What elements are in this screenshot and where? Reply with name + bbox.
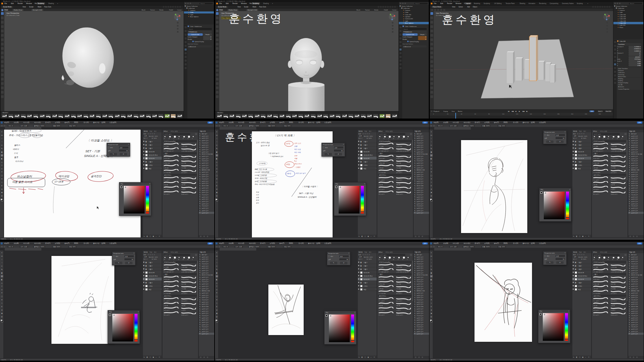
history-row[interactable]: ✎문서 열기 [628, 133, 644, 135]
history-row[interactable]: ✎브러시 도구 [414, 310, 429, 312]
brush-asset-thumbnail[interactable] [164, 114, 170, 118]
brush-tool-icon[interactable]: ▤ [1, 154, 3, 157]
blender-menu-item[interactable]: Edit [226, 3, 229, 4]
outliner-filter-icon[interactable] [400, 3, 401, 4]
layers-tab[interactable]: 패스 [369, 251, 372, 253]
history-row[interactable]: ✎브러시 도구 [199, 272, 214, 274]
brush-asset-thumbnail[interactable] [33, 114, 38, 118]
menu-item[interactable]: 이미지(I) [453, 242, 459, 244]
layer-fill-field[interactable]: 칠: 100% [152, 137, 157, 139]
layer-row[interactable]: ▣그룹 2 [143, 143, 162, 146]
brush-asset-thumbnail[interactable] [96, 114, 101, 118]
layer-row[interactable]: ▣그룹 3 [572, 146, 591, 150]
history-row[interactable]: ✎지우개 도구 [628, 263, 644, 265]
properties-tab-icon[interactable] [614, 41, 616, 43]
tool-dropdown[interactable]: Stroke [374, 9, 378, 11]
picker-current-color-swatch[interactable] [109, 314, 111, 316]
brush-preset-item[interactable]: 질감 브러시 [181, 176, 197, 181]
dialog-apply-button[interactable]: ✎ [325, 153, 332, 156]
brush-preset-item[interactable]: 소프트 원형 압력 불투명 [396, 147, 412, 152]
frame-start-field[interactable]: Start 1 [598, 110, 603, 112]
layer-visibility-icon[interactable] [143, 158, 144, 159]
layer-visibility-icon[interactable] [143, 151, 144, 152]
home-icon[interactable] [216, 246, 218, 248]
dialog-titlebar[interactable]: Perspective tools✕ [107, 143, 130, 146]
brush-tip-dot[interactable] [408, 136, 409, 137]
brush-preset-item[interactable]: 마른 브러시 [593, 176, 609, 181]
sculpt-tool-icon[interactable] [216, 17, 219, 19]
layer-opacity-field[interactable]: 불투명도: 100% [149, 256, 158, 258]
history-row[interactable]: ✎브러시 도구 [414, 321, 429, 324]
shape-tool-icon[interactable]: ▢ [430, 295, 433, 298]
viewport-menu-item[interactable]: Mask [253, 6, 256, 8]
brush-tip-dot[interactable] [622, 257, 623, 258]
layer-visibility-icon[interactable] [143, 289, 144, 290]
brushes-tab[interactable]: 브러시 설정 [171, 130, 178, 132]
crop-tool-icon[interactable]: ✂ [1, 144, 3, 146]
playback-button[interactable]: ▶ [519, 110, 520, 112]
brush-asset-thumbnail[interactable] [229, 114, 234, 118]
history-bottom-icon[interactable] [415, 357, 416, 358]
brush-preset-item[interactable]: KYLE 연필 5 [378, 155, 395, 159]
type-tool-icon[interactable]: T [216, 292, 218, 294]
brush-tip-dot[interactable] [608, 136, 609, 137]
brush-settings-icon[interactable] [624, 133, 627, 135]
subdiv-catmull-button[interactable]: Catmull-Clark [403, 33, 418, 36]
layer-visibility-icon[interactable] [573, 272, 574, 273]
layer-filter-icon[interactable] [150, 254, 151, 255]
properties-tab-icon[interactable] [400, 63, 402, 65]
viewport-menu-item[interactable]: Select [459, 6, 463, 8]
menu-item[interactable]: 필터(T) [279, 242, 285, 244]
blender-logo-icon[interactable] [431, 3, 432, 4]
history-row[interactable]: ✎브러시 도구 [199, 203, 214, 205]
history-row[interactable]: ✎지우개 도구 [199, 205, 214, 207]
brush-asset-thumbnail[interactable] [177, 114, 182, 118]
history-row[interactable]: ✎브러시 도구 [199, 288, 214, 290]
path-select-tool-icon[interactable]: ● [1, 188, 3, 190]
brush-preset-item[interactable]: 블렌딩 브러시 [181, 191, 197, 195]
properties-tab-icon[interactable] [185, 45, 187, 47]
marquee-tool-icon[interactable]: ▭ [430, 255, 433, 257]
history-row[interactable]: ✎브러시 도구 [414, 317, 429, 319]
brush-preset-item[interactable]: KYLE 잉크펜 2 [396, 155, 412, 159]
hue-marker[interactable] [351, 340, 354, 341]
history-row[interactable]: ✎브러시 도구 [199, 265, 214, 267]
brush-preset-item[interactable]: 마른 브러시 [593, 297, 609, 302]
option-field[interactable]: 모드: 표준 [449, 125, 458, 127]
layers-bottom-icon[interactable]: ▣ [153, 235, 154, 237]
menu-item[interactable]: 레이어(L) [464, 242, 470, 244]
brush-settings-icon[interactable] [195, 254, 197, 256]
asset-shelf-tab[interactable]: Brushes [2, 112, 9, 113]
brush-asset-thumbnail[interactable] [71, 114, 76, 118]
viewport-menu-item[interactable]: Mask [38, 6, 41, 8]
modifier-advanced-row[interactable]: ▸ Advanced [403, 45, 427, 47]
brush-search-input[interactable]: 브러시 검색 [163, 254, 190, 256]
timeline-track-area[interactable] [430, 116, 613, 119]
history-row[interactable]: ✎브러시 도구 [199, 158, 214, 160]
transform-row-value[interactable]: 1.000 [629, 60, 641, 62]
history-row[interactable]: ✎지우개 도구 [414, 205, 429, 207]
menu-item[interactable]: 3D(D) [74, 122, 78, 123]
crop-tool-icon[interactable]: ✂ [216, 144, 218, 146]
healing-brush-tool-icon[interactable]: ◉ [216, 271, 218, 274]
history-row[interactable]: ✎브러시 도구 [199, 144, 214, 146]
history-row[interactable]: ✎지우개 도구 [414, 142, 429, 144]
layer-filter-icon[interactable] [367, 133, 368, 134]
layer-visibility-icon[interactable] [143, 144, 144, 145]
gradient-tool-icon[interactable]: ◇ [430, 288, 433, 291]
hand-tool-icon[interactable]: ■ [216, 312, 218, 315]
sculpt-tool-icon[interactable] [216, 82, 219, 85]
sculpt-tool-icon[interactable] [216, 60, 219, 63]
brush-tip-dot[interactable] [594, 136, 595, 137]
outliner-row[interactable]: ▲Base Sphere [399, 22, 429, 24]
blender-menu-item[interactable]: Window [456, 3, 461, 4]
sculpt-tool-icon[interactable] [1, 87, 4, 89]
dialog-apply-button[interactable]: ✎ [546, 261, 554, 264]
dialog-mode-toggle[interactable] [113, 256, 115, 257]
dialog-apply-button[interactable]: ✎ [330, 262, 337, 264]
brush-asset-thumbnail[interactable] [267, 114, 272, 118]
layers-tab[interactable]: 레이어 [358, 130, 363, 132]
layers-bottom-icon[interactable]: ▣ [582, 356, 583, 358]
history-row[interactable]: ✎브러시 도구 [628, 149, 644, 151]
option-field[interactable]: 불투명도: 100% [462, 125, 475, 127]
